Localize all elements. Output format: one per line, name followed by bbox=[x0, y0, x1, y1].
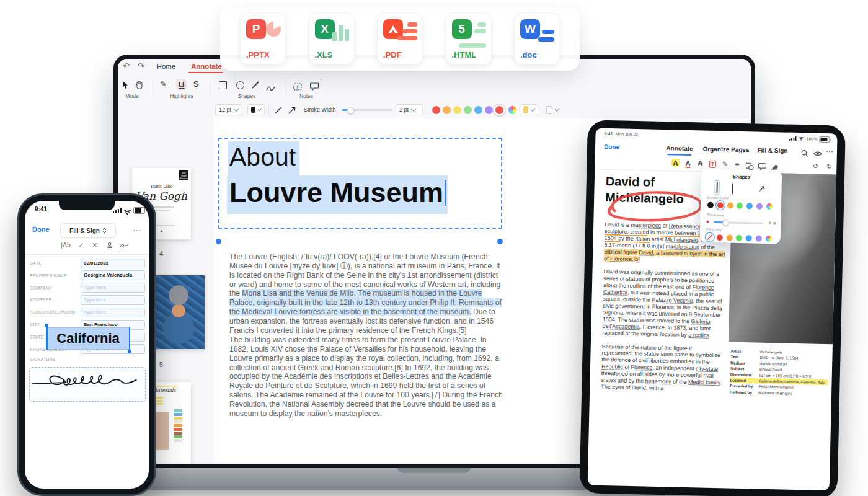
text-insert-icon[interactable]: |Ab bbox=[61, 241, 71, 249]
tab-fill-sign[interactable]: Fill & Sign bbox=[757, 147, 787, 154]
david-title-line2: Michelangelo bbox=[605, 189, 684, 207]
redo-icon[interactable]: ↷ bbox=[138, 61, 144, 71]
thickness-slider-handle[interactable] bbox=[722, 219, 728, 226]
highlight-color-dropdown[interactable] bbox=[520, 104, 538, 115]
undo-icon[interactable]: ↶ bbox=[123, 61, 130, 71]
fill-sign-mode-selector[interactable]: Fill & Sign bbox=[60, 223, 116, 238]
comment-icon[interactable] bbox=[310, 81, 319, 92]
fill-color-dropdown[interactable] bbox=[543, 104, 562, 115]
ellipse-shape-icon[interactable] bbox=[236, 81, 244, 89]
fill-color-dot[interactable] bbox=[756, 235, 762, 241]
signal-icon bbox=[113, 208, 122, 213]
line-shape-icon[interactable] bbox=[252, 81, 259, 88]
selection-handle-knob[interactable] bbox=[45, 324, 48, 327]
close-icon[interactable]: ✕ bbox=[92, 241, 98, 249]
selection-handle-knob[interactable] bbox=[128, 350, 131, 353]
done-button[interactable]: Done bbox=[604, 143, 619, 151]
color-dot[interactable] bbox=[508, 106, 516, 114]
pen-tool-icon[interactable]: ✒ bbox=[735, 161, 741, 169]
pencil-tool-icon[interactable]: ✎ bbox=[722, 160, 728, 168]
yellow-swatch bbox=[523, 106, 528, 113]
tab-home[interactable]: Home bbox=[153, 63, 180, 70]
color-dot[interactable] bbox=[464, 106, 472, 114]
highlight-tool-icon[interactable]: A bbox=[671, 159, 680, 166]
color-dot[interactable] bbox=[443, 106, 451, 114]
color-dot[interactable] bbox=[432, 106, 440, 114]
form-field[interactable]: Type here bbox=[81, 308, 145, 317]
fill-color-dot[interactable] bbox=[746, 235, 752, 241]
line-tool-icon[interactable] bbox=[274, 105, 283, 115]
shapes-tool-icon[interactable] bbox=[745, 162, 754, 170]
tab-annotate[interactable]: Annotate bbox=[191, 63, 221, 70]
highlight-pen-icon[interactable]: ✎ bbox=[160, 79, 167, 89]
color-dot[interactable] bbox=[453, 106, 461, 114]
selection-handle-left[interactable] bbox=[216, 239, 221, 244]
border-color-dot[interactable] bbox=[707, 202, 714, 208]
stage: { "colors":{"accent_blue":"#1f7cf6","ann… bbox=[0, 0, 868, 496]
fill-color-dot[interactable] bbox=[765, 236, 771, 242]
selection-handle-right[interactable] bbox=[497, 239, 503, 244]
form-field[interactable]: Georgina Valenzuela bbox=[81, 270, 145, 280]
check-icon[interactable]: ✓ bbox=[79, 241, 84, 249]
selection-handle-bar[interactable] bbox=[129, 327, 131, 351]
eye-icon[interactable] bbox=[813, 148, 822, 159]
eraser-tool-icon[interactable] bbox=[770, 162, 779, 170]
text-note-icon[interactable]: T bbox=[293, 81, 302, 92]
color-dot[interactable] bbox=[495, 106, 503, 114]
rectangle-shape-icon[interactable] bbox=[219, 81, 227, 89]
selection-handle-bar[interactable] bbox=[46, 326, 48, 350]
form-field[interactable]: Type here bbox=[81, 283, 145, 293]
signature-tool-icon[interactable] bbox=[120, 242, 130, 250]
page-5-thumbnail[interactable] bbox=[153, 275, 205, 349]
rectangle-shape-icon[interactable] bbox=[714, 180, 720, 195]
color-dot[interactable] bbox=[474, 106, 482, 114]
arrow-shape-icon[interactable] bbox=[758, 183, 765, 194]
freehand-icon[interactable] bbox=[266, 82, 275, 94]
fill-color-dot[interactable] bbox=[726, 234, 732, 241]
stroke-width-slider-handle[interactable] bbox=[347, 107, 354, 114]
popup-title: Shapes bbox=[701, 173, 782, 180]
border-color-dot[interactable] bbox=[727, 202, 733, 208]
strikethrough-icon[interactable]: S bbox=[193, 79, 199, 89]
redo-icon[interactable]: ↻ bbox=[826, 162, 833, 170]
font-size-dropdown[interactable]: 12 pt bbox=[215, 104, 242, 115]
arrow-tool-icon[interactable] bbox=[288, 105, 296, 115]
pptx-card[interactable]: P .PPTX bbox=[240, 13, 286, 65]
fill-color-dot[interactable] bbox=[716, 234, 722, 241]
border-color-dot[interactable] bbox=[717, 202, 724, 208]
search-icon[interactable] bbox=[801, 147, 808, 158]
tab-organize-pages[interactable]: Organize Pages bbox=[702, 146, 749, 154]
tab-annotate[interactable]: Annotate bbox=[666, 144, 693, 152]
border-color-dot[interactable] bbox=[737, 203, 743, 209]
strikethrough-tool-icon[interactable]: A bbox=[698, 159, 702, 167]
border-color-dot[interactable] bbox=[756, 203, 763, 209]
cursor-icon[interactable] bbox=[122, 79, 129, 89]
color-dot[interactable] bbox=[485, 106, 493, 114]
done-button[interactable]: Done bbox=[32, 226, 50, 233]
xls-card[interactable]: X .XLS bbox=[309, 13, 355, 65]
more-menu-icon[interactable]: ⋯ bbox=[133, 226, 141, 235]
hand-icon[interactable] bbox=[135, 79, 143, 89]
pdf-card[interactable]: .PDF bbox=[377, 13, 423, 65]
selected-text-california[interactable]: California bbox=[46, 327, 130, 350]
fill-color-dot[interactable] bbox=[736, 235, 742, 241]
stroke-pt-dropdown[interactable]: 2 pt bbox=[396, 104, 423, 115]
form-field[interactable]: 02/01/2023 bbox=[81, 259, 145, 268]
more-menu-icon[interactable]: ⋯ bbox=[826, 147, 833, 156]
underline-tool-icon[interactable]: A bbox=[685, 159, 690, 167]
fill-color-dot[interactable] bbox=[707, 234, 713, 241]
border-color-dot[interactable] bbox=[766, 203, 773, 210]
doc-card[interactable]: W .doc bbox=[514, 13, 560, 65]
form-field[interactable]: Type here bbox=[81, 295, 145, 305]
ellipse-shape-icon[interactable] bbox=[732, 184, 733, 195]
text-box-tool-icon[interactable]: T bbox=[709, 160, 716, 167]
html-card[interactable]: 5 .HTML bbox=[446, 13, 492, 65]
signature-box[interactable] bbox=[29, 367, 146, 402]
text-color-dropdown[interactable] bbox=[247, 104, 265, 115]
stamp-icon[interactable] bbox=[106, 242, 114, 250]
undo-icon[interactable]: ↺ bbox=[813, 162, 819, 170]
underline-icon[interactable]: U bbox=[176, 79, 187, 90]
border-color-dot[interactable] bbox=[746, 203, 753, 209]
comment-tool-icon[interactable] bbox=[758, 162, 766, 170]
group-label-notes: Notes bbox=[299, 93, 313, 99]
